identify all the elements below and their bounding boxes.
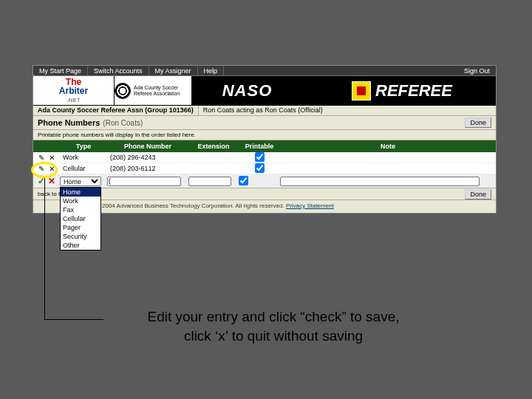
type-dropdown-open[interactable]: Home Work Fax Cellular Pager Security Ot…: [60, 187, 101, 250]
delete-icon[interactable]: ✕: [49, 154, 55, 162]
section-header: Phone Numbers (Ron Coats) Done: [33, 116, 496, 130]
privacy-link[interactable]: Privacy Statement: [286, 202, 334, 209]
table-row: ✎✕ Cellular (208) 203-6112: [33, 163, 496, 174]
nav-help[interactable]: Help: [198, 66, 225, 75]
th-type: Type: [60, 143, 107, 150]
type-select[interactable]: Home: [60, 177, 101, 186]
table-header: Type Phone Number Extension Printable No…: [33, 140, 496, 152]
option-other[interactable]: Other: [61, 241, 100, 250]
done-button-bottom[interactable]: Done: [465, 189, 491, 200]
nav-switch[interactable]: Switch Accounts: [88, 66, 149, 75]
nav-start[interactable]: My Start Page: [33, 66, 88, 75]
ext-input[interactable]: [188, 177, 231, 186]
th-print: Printable: [239, 143, 280, 150]
breadcrumb: Ada County Soccer Referee Assn (Group 10…: [33, 106, 496, 116]
logo-referee: REFEREE: [303, 76, 496, 105]
cell-type: Work: [60, 154, 107, 161]
th-phone: Phone Number: [107, 143, 188, 150]
logo-arbiter: TheArbiter.NET: [33, 76, 115, 105]
option-home[interactable]: Home: [61, 188, 100, 197]
edit-icon[interactable]: ✎: [38, 154, 44, 162]
callout-line: [44, 177, 45, 319]
logo-naso: NASO: [192, 76, 303, 105]
nav-assigner[interactable]: My Assigner: [149, 66, 198, 75]
delete-icon[interactable]: ✕: [49, 165, 55, 173]
option-fax[interactable]: Fax: [61, 205, 100, 214]
section-subtitle: (Ron Coats): [103, 119, 143, 127]
flag-icon: [352, 81, 371, 100]
cell-phone: (208) 296-4243: [107, 154, 188, 161]
option-security[interactable]: Security: [61, 232, 100, 241]
nav-signout[interactable]: Sign Out: [458, 66, 496, 75]
printable-checkbox[interactable]: [239, 176, 248, 185]
footer-bar: back to t Done: [33, 188, 496, 200]
top-nav: My Start Page Switch Accounts My Assigne…: [33, 66, 496, 76]
callout-line: [44, 319, 103, 320]
section-note: Printable phone numbers will display in …: [33, 130, 496, 140]
option-cellular[interactable]: Cellular: [61, 214, 100, 223]
table-row: ✎✕ Work (208) 296-4243: [33, 152, 496, 163]
cell-type: Cellular: [60, 165, 107, 172]
copyright: © 2003 - 2004 Advanced Business Technolo…: [33, 200, 496, 213]
option-work[interactable]: Work: [61, 197, 100, 205]
breadcrumb-user: Ron Coats acting as Ron Coats (Official): [199, 106, 496, 115]
logo-ada: Ada County Soccer Referee Association: [115, 76, 192, 105]
phone-input[interactable]: [107, 177, 181, 186]
edit-row: ✓ ✕ Home Home Work Fax Cellular Pager Se…: [33, 174, 496, 188]
cancel-x-icon[interactable]: ✕: [48, 176, 55, 186]
section-title: Phone Numbers: [38, 118, 100, 127]
caption-line-2: click ‘x’ to quit without saving: [103, 328, 443, 344]
cell-printable[interactable]: [255, 163, 265, 173]
breadcrumb-group: Ada County Soccer Referee Assn (Group 10…: [33, 106, 199, 115]
cell-phone: (208) 203-6112: [107, 165, 188, 172]
banner: TheArbiter.NET Ada County Soccer Referee…: [33, 76, 496, 106]
th-note: Note: [280, 143, 496, 150]
caption-line-1: Edit your entry and click “check” to sav…: [103, 309, 443, 325]
ball-icon: [115, 83, 131, 99]
back-link[interactable]: back to t: [38, 191, 60, 197]
cell-printable[interactable]: [255, 152, 265, 162]
done-button-top[interactable]: Done: [465, 117, 491, 128]
th-ext: Extension: [188, 143, 239, 150]
note-input[interactable]: [280, 177, 480, 186]
edit-icon[interactable]: ✎: [38, 165, 44, 173]
app-window: My Start Page Switch Accounts My Assigne…: [33, 65, 497, 214]
option-pager[interactable]: Pager: [61, 223, 100, 232]
